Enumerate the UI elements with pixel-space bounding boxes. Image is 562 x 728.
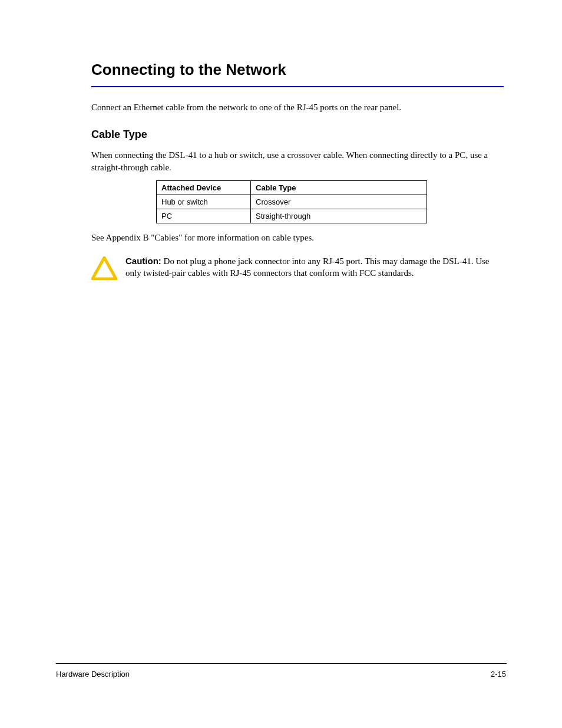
section-rule xyxy=(91,86,504,87)
table-cell: Crossover xyxy=(251,195,427,209)
table-header-row: Attached Device Cable Type xyxy=(157,180,427,195)
caution-label: Caution: xyxy=(125,256,161,266)
table-header-device: Attached Device xyxy=(157,180,251,195)
table-row: PC Straight-through xyxy=(157,209,427,223)
caution-block: Caution: Do not plug a phone jack connec… xyxy=(91,255,504,282)
page-content: Connecting to the Network Connect an Eth… xyxy=(91,61,504,282)
cable-type-table-wrap: Attached Device Cable Type Hub or switch… xyxy=(156,180,504,223)
cabletype-paragraph-2: See Appendix B "Cables" for more informa… xyxy=(91,232,504,243)
section-heading: Connecting to the Network xyxy=(91,61,504,79)
table-cell: PC xyxy=(157,209,251,223)
caution-body: Do not plug a phone jack connector into … xyxy=(125,256,490,278)
subsection-heading: Cable Type xyxy=(91,129,504,141)
caution-icon xyxy=(91,256,117,282)
intro-paragraph: Connect an Ethernet cable from the netwo… xyxy=(91,101,504,113)
cable-type-table: Attached Device Cable Type Hub or switch… xyxy=(156,180,427,223)
caution-text: Caution: Do not plug a phone jack connec… xyxy=(125,255,504,279)
footer-section-name: Hardware Description xyxy=(56,670,130,678)
cabletype-paragraph-1: When connecting the DSL-41 to a hub or s… xyxy=(91,149,504,173)
footer-page-number: 2-15 xyxy=(491,670,506,678)
svg-marker-0 xyxy=(92,258,116,279)
table-row: Hub or switch Crossover xyxy=(157,195,427,209)
table-cell: Straight-through xyxy=(251,209,427,223)
table-cell: Hub or switch xyxy=(157,195,251,209)
footer-rule xyxy=(56,663,507,664)
table-header-cable: Cable Type xyxy=(251,180,427,195)
